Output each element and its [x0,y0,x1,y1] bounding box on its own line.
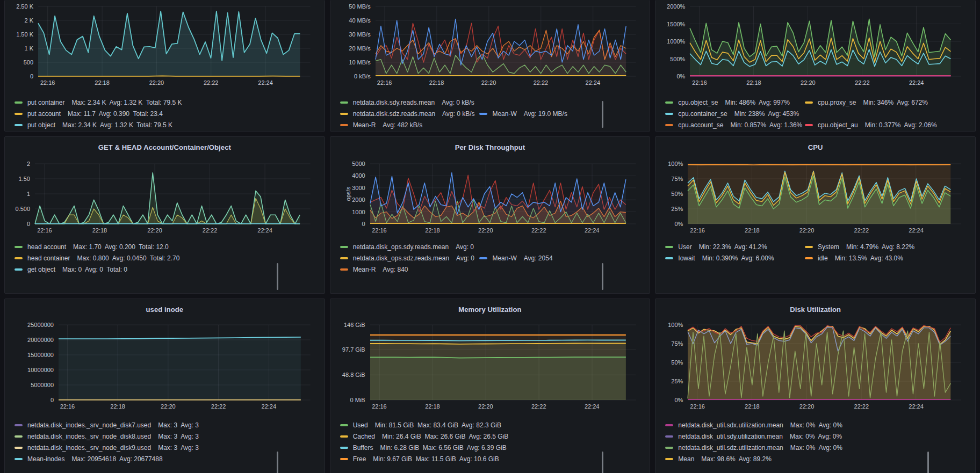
legend-swatch [340,458,348,460]
y-axis-tick: 40 MB/s [349,17,370,24]
legend-per-disk-throughput: netdata.disk_ops.sdy.reads.meanAvg: 0net… [340,241,644,275]
legend-stats: Min: 26.4 GiB Max: 26.6 GiB Avg: 26.5 Gi… [382,433,508,440]
legend-item-put-container: put containerMax: 2.34 K Avg: 1.32 K Tot… [15,99,182,106]
legend-scrollbar[interactable] [602,452,603,473]
panel-title-used-inode[interactable]: used inode [146,305,184,314]
plot-area-used-inode[interactable]: 2500000020000000150000001000000050000000 [59,325,311,400]
legend-swatch [15,435,23,438]
legend-label[interactable]: put container [27,99,64,106]
plot-area-disk-utilization[interactable]: 100%75%50%25%0% [688,325,961,400]
legend-label[interactable]: netdata.disk_inodes._srv_node_disk8.used [27,433,151,440]
y-axis-tick: 25% [671,377,683,385]
legend-label[interactable]: cpu.object_se [678,99,718,106]
panel-cpu-services: 2000%1500%1000%500%0%22:1622:1822:2022:2… [655,0,976,132]
legend-label[interactable]: netdata.disk.sdy.reads.mean [353,99,435,106]
legend-label[interactable]: get object [27,266,55,273]
y-axis-tick: 25% [671,205,683,213]
panel-title-memory-utilization[interactable]: Memory Utilization [458,305,521,314]
y-axis-tick: 1000% [667,38,685,45]
legend-stats: Min: 238% Avg: 453% [734,110,799,118]
legend-label[interactable]: netdata.disk_util.sdy.utilization.mean [678,433,783,440]
legend-label[interactable]: Mean-R [353,121,376,129]
x-axis-tick: 22:22 [211,403,226,410]
x-axis-tick: 22:24 [258,79,273,86]
legend-swatch [665,113,673,115]
plot-svg [38,6,311,76]
plot-area-disk-read-throughput[interactable]: 50 MB/s40 MB/s30 MB/s20 MB/s10 MB/s0 kB/… [376,6,636,76]
legend-item-get-object: get objectMax: 0 Avg: 0 Total: 0 [15,266,127,273]
legend-label[interactable]: Cached [353,433,375,440]
legend-label[interactable]: idle [818,254,828,262]
legend-label[interactable]: Used [353,421,368,429]
chart-cpu-services: 2000%1500%1000%500%0%22:1622:1822:2022:2… [690,0,969,90]
plot-area-cpu[interactable]: 100%75%50%25%0% [688,164,961,224]
y-axis-tick: 0 [27,220,30,228]
legend-item-cpu-account-se: cpu.account_seMin: 0.857% Avg: 1.36% [665,121,805,129]
chart-get-head: 21.5010.500022:1622:1822:2022:2222:24 [35,154,318,238]
legend-label[interactable]: Mean [678,455,694,463]
panel-title-cpu[interactable]: CPU [808,143,823,151]
x-axis-tick: 22:20 [478,403,493,410]
plot-area-put-account-container-object[interactable]: 2.50 K2 K1.50 K1 K5000 [38,6,311,76]
legend-stats: Max: 3 Avg: 3 [158,433,199,440]
legend-row: netdata.disk_inodes._srv_node_disk7.used… [15,419,318,431]
x-axis-tick: 22:16 [690,403,705,410]
y-axis-tick: 75% [671,340,683,347]
x-axis: 22:1622:1822:2022:2222:24 [370,227,636,238]
legend-label[interactable]: Buffers [353,444,373,452]
legend-swatch [340,268,348,271]
legend-stats: Max: 2.34 K Avg: 1.32 K Total: 79.5 K [71,99,182,106]
legend-scrollbar[interactable] [277,263,278,290]
plot-area-get-head[interactable]: 21.5010.5000 [35,164,311,224]
legend-label[interactable]: System [818,243,839,251]
series-line-idle [688,165,950,165]
legend-label[interactable]: Mean-R [353,266,376,273]
legend-label[interactable]: netdata.disk_ops.sdy.reads.mean [353,243,449,251]
legend-label[interactable]: cpu.container_se [678,110,727,118]
panel-title-get-head[interactable]: GET & HEAD Account/Container/Object [98,143,231,151]
legend-label[interactable]: netdata.disk_inodes._srv_node_disk7.used [27,421,151,429]
legend-label[interactable]: put account [27,110,61,118]
legend-label[interactable]: User [678,243,691,251]
legend-scrollbar[interactable] [277,452,278,473]
legend-label[interactable]: netdata.disk_ops.sdz.reads.mean [353,254,449,262]
legend-label[interactable]: netdata.disk_util.sdz.utilization.mean [678,444,783,452]
plot-svg [690,6,961,76]
chart-disk-read-throughput: 50 MB/s40 MB/s30 MB/s20 MB/s10 MB/s0 kB/… [376,0,644,90]
legend-label[interactable]: head account [27,243,66,251]
legend-swatch [15,124,23,126]
plot-area-per-disk-throughput[interactable]: 500040003000200010000ops/s [370,164,636,224]
legend-label[interactable]: netdata.disk_util.sdx.utilization.mean [678,421,783,429]
legend-label[interactable]: head container [27,254,70,262]
panel-title-per-disk-throughput[interactable]: Per Disk Throughput [455,143,525,151]
legend-label[interactable]: Free [353,455,366,463]
panel-title-disk-utilization[interactable]: Disk Utilization [790,305,841,314]
legend-item-used: UsedMin: 81.5 GiB Max: 83.4 GiB Avg: 82.… [340,421,501,429]
legend-label[interactable]: Mean-W [492,110,516,118]
series-fill-mean-inodes [59,337,301,400]
x-axis-tick: 22:24 [909,79,924,86]
legend-label[interactable]: Iowait [678,254,695,262]
series-fill-used [370,357,626,400]
legend-label[interactable]: netdata.disk_inodes._srv_node_disk9.used [27,444,151,452]
legend-swatch [15,113,23,115]
legend-stats: Max: 20954618 Avg: 20677488 [71,455,162,463]
legend-label[interactable]: Mean-W [492,254,516,262]
legend-item-put-object: put objectMax: 2.34 K Avg: 1.32 K Total:… [15,121,172,129]
plot-area-cpu-services[interactable]: 2000%1500%1000%500%0% [690,6,961,76]
legend-label[interactable]: cpu.object_au [818,121,858,129]
plot-area-memory-utilization[interactable]: 146 GiB97.7 GiB48.8 GiB0 MiB [370,325,636,400]
legend-label[interactable]: cpu.account_se [678,121,723,129]
legend-row: put containerMax: 2.34 K Avg: 1.32 K Tot… [15,97,318,108]
legend-swatch [805,246,813,248]
legend-label[interactable]: cpu.proxy_se [818,99,856,106]
legend-scrollbar[interactable] [602,101,603,128]
legend-scrollbar[interactable] [602,263,603,290]
legend-cpu: UserMin: 22.3% Avg: 41.2%SystemMin: 4.79… [665,241,969,264]
legend-label[interactable]: put object [27,121,55,129]
y-axis-tick: 48.8 GiB [342,371,365,379]
legend-label[interactable]: Mean-inodes [27,455,64,463]
legend-label[interactable]: netdata.disk.sdz.reads.mean [353,110,435,118]
legend-scrollbar[interactable] [927,452,929,473]
y-axis-tick: 0 [51,396,54,404]
